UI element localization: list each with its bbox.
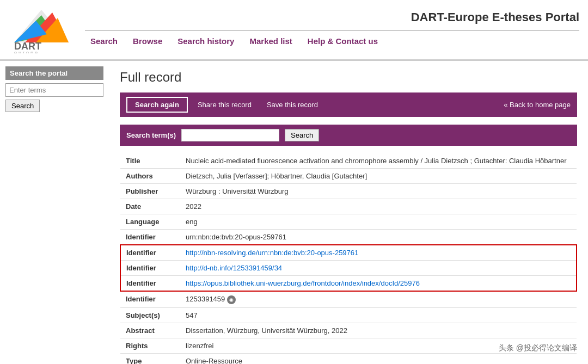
header: DART europe DART-Europe E-theses Portal … bbox=[0, 0, 588, 61]
sidebar-search-input[interactable] bbox=[5, 83, 103, 97]
record-field-label: Date bbox=[120, 199, 180, 214]
main-layout: Search the portal Search Full record Sea… bbox=[0, 61, 588, 364]
record-field-label: Type bbox=[120, 353, 180, 364]
header-right: DART-Europe E-theses Portal Search Brows… bbox=[85, 10, 579, 49]
record-field-value: Dissertation, Würzburg, Universität Würz… bbox=[180, 323, 577, 338]
table-row: Identifierhttps://opus.bibliothek.uni-wu… bbox=[120, 276, 577, 292]
table-row: PublisherWürzburg : Universität Würzburg bbox=[120, 184, 577, 199]
save-record-link[interactable]: Save this record bbox=[259, 98, 326, 112]
record-field-label: Identifier bbox=[120, 245, 180, 261]
table-row: Identifierhttp://nbn-resolving.de/urn:nb… bbox=[120, 245, 577, 261]
record-field-label: Identifier bbox=[120, 291, 180, 307]
record-field-label: Authors bbox=[120, 169, 180, 184]
action-bar: Search again Share this record Save this… bbox=[120, 92, 577, 117]
content-area: Full record Search again Share this reco… bbox=[109, 61, 588, 364]
record-field-value: Dietzsch, Julia [Verfasser]; Höbartner, … bbox=[180, 169, 577, 184]
record-field-label: Identifier bbox=[120, 276, 180, 292]
back-to-home-link[interactable]: « Back to home page bbox=[504, 101, 571, 109]
table-row: TitleNucleic acid-mediated fluorescence … bbox=[120, 153, 577, 169]
table-row: Identifier1253391459◉ bbox=[120, 291, 577, 307]
record-field-label: Subject(s) bbox=[120, 307, 180, 323]
record-field-label: Rights bbox=[120, 338, 180, 353]
identifier-badge-icon: ◉ bbox=[227, 295, 236, 304]
search-terms-row: Search term(s) Search bbox=[120, 125, 577, 146]
table-row: TypeOnline-Ressource bbox=[120, 353, 577, 364]
table-row: AuthorsDietzsch, Julia [Verfasser]; Höba… bbox=[120, 169, 577, 184]
record-field-value: urn:nbn:de:bvb:20-opus-259761 bbox=[180, 230, 577, 245]
record-table: TitleNucleic acid-mediated fluorescence … bbox=[120, 153, 577, 364]
table-row: Date2022 bbox=[120, 199, 577, 214]
table-row: AbstractDissertation, Würzburg, Universi… bbox=[120, 323, 577, 338]
record-identifier-link[interactable]: http://d-nb.info/1253391459/34 bbox=[186, 264, 282, 272]
record-field-value: 547 bbox=[180, 307, 577, 323]
record-field-value: Online-Ressource bbox=[180, 353, 577, 364]
share-record-link[interactable]: Share this record bbox=[190, 98, 259, 112]
record-field-label: Title bbox=[120, 153, 180, 169]
table-row: Identifierhttp://d-nb.info/1253391459/34 bbox=[120, 261, 577, 276]
record-field-value: eng bbox=[180, 214, 577, 230]
record-field-value[interactable]: http://d-nb.info/1253391459/34 bbox=[180, 261, 577, 276]
record-field-label: Identifier bbox=[120, 261, 180, 276]
site-title: DART-Europe E-theses Portal bbox=[85, 10, 579, 30]
search-terms-button[interactable]: Search bbox=[285, 129, 319, 141]
search-terms-input[interactable] bbox=[181, 129, 279, 141]
nav-help[interactable]: Help & Contact us bbox=[308, 36, 378, 46]
record-identifier-link[interactable]: http://nbn-resolving.de/urn:nbn:de:bvb:2… bbox=[186, 249, 358, 257]
table-row: Languageeng bbox=[120, 214, 577, 230]
nav-search-history[interactable]: Search history bbox=[177, 36, 234, 46]
search-terms-label: Search term(s) bbox=[126, 131, 176, 139]
record-field-value: Würzburg : Universität Würzburg bbox=[180, 184, 577, 199]
record-field-label: Publisher bbox=[120, 184, 180, 199]
watermark: 头条 @投必得论文编译 bbox=[499, 343, 577, 353]
record-field-label: Language bbox=[120, 214, 180, 230]
svg-text:europe: europe bbox=[14, 50, 39, 53]
record-field-value: 1253391459◉ bbox=[180, 291, 577, 307]
nav-browse[interactable]: Browse bbox=[133, 36, 162, 46]
search-again-button[interactable]: Search again bbox=[126, 97, 188, 113]
table-row: Subject(s)547 bbox=[120, 307, 577, 323]
record-field-value[interactable]: http://nbn-resolving.de/urn:nbn:de:bvb:2… bbox=[180, 245, 577, 261]
record-field-label: Abstract bbox=[120, 323, 180, 338]
sidebar: Search the portal Search bbox=[0, 61, 109, 364]
record-table-body: TitleNucleic acid-mediated fluorescence … bbox=[120, 153, 577, 364]
record-field-label: Identifier bbox=[120, 230, 180, 245]
page-title: Full record bbox=[120, 70, 577, 85]
record-identifier-link[interactable]: https://opus.bibliothek.uni-wuerzburg.de… bbox=[186, 279, 420, 287]
logo-area: DART europe bbox=[9, 4, 85, 55]
logo-svg: DART europe bbox=[9, 4, 79, 53]
record-field-value: Nucleic acid-mediated fluorescence activ… bbox=[180, 153, 577, 169]
table-row: Identifierurn:nbn:de:bvb:20-opus-259761 bbox=[120, 230, 577, 245]
sidebar-title: Search the portal bbox=[5, 66, 103, 80]
nav-search[interactable]: Search bbox=[90, 36, 118, 46]
record-field-value: 2022 bbox=[180, 199, 577, 214]
sidebar-search-button[interactable]: Search bbox=[5, 100, 40, 112]
main-nav: Search Browse Search history Marked list… bbox=[85, 30, 579, 49]
nav-marked-list[interactable]: Marked list bbox=[249, 36, 292, 46]
record-field-value[interactable]: https://opus.bibliothek.uni-wuerzburg.de… bbox=[180, 276, 577, 292]
